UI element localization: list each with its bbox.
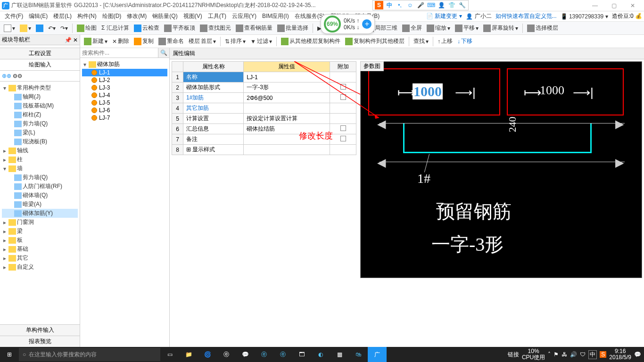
dim-input-left[interactable]: 1000 — [413, 83, 443, 99]
component-item[interactable]: LJ-3 — [82, 84, 167, 91]
tree-node[interactable]: 框柱(Z) — [2, 110, 78, 119]
tray-cpu[interactable]: 10%CPU使用 — [522, 348, 545, 361]
tb2-copyfrom[interactable]: 从其他楼层复制构件 — [279, 36, 342, 46]
speed-widget[interactable]: 69% 0K/s ↑0K/s ↓ + — [321, 14, 375, 34]
tree-node[interactable]: ▸柱 — [2, 155, 78, 164]
ime-punct-icon[interactable]: •, — [396, 1, 404, 9]
tb-new[interactable]: ▾ — [2, 24, 17, 33]
tb-redo[interactable]: ↷▾ — [58, 24, 70, 33]
tb-fullscreen[interactable]: 全屏 — [400, 23, 424, 33]
menu-draw[interactable]: 绘图(D) — [99, 11, 124, 21]
component-tree[interactable]: ▾ 砌体加筋 LJ-1LJ-2LJ-3LJ-4LJ-5LJ-6LJ-7 — [80, 58, 169, 347]
ime-toolbar[interactable]: S 中 •, ☺ 🎤 ⌨ 👤 👕 🔧 — [372, 0, 469, 10]
tb2-copyto[interactable]: 复制构件到其他楼层 — [343, 36, 406, 46]
tree-node[interactable]: ▸门窗洞 — [2, 218, 78, 227]
diagram-canvas[interactable]: ⟼ 1000 ⟶| ⟼ 1000 ⟶| ◀ ▶ ◀ ▶ — [360, 61, 642, 278]
tray-sogou-icon[interactable]: S — [600, 351, 606, 358]
tree-node[interactable]: 剪力墙(Q) — [2, 173, 78, 182]
tb-undo[interactable]: ↶▾ — [46, 24, 58, 33]
mode-sub-icon[interactable]: ⊖⊖ — [13, 73, 22, 79]
app-edge[interactable]: ⓔ — [255, 347, 273, 362]
tree-node[interactable]: 现浇板(B) — [2, 137, 78, 146]
tb-zoom[interactable]: 缩放▾ — [425, 23, 452, 33]
tb2-down[interactable]: ↓ 下移 — [455, 36, 474, 46]
tb-open[interactable]: ▾ — [18, 24, 33, 33]
tree-node[interactable]: ▸基础 — [2, 245, 78, 254]
ime-mic-icon[interactable]: 🎤 — [416, 1, 425, 9]
component-item[interactable]: LJ-5 — [82, 99, 167, 107]
tree-node[interactable]: ▸梁 — [2, 227, 78, 236]
tree-node[interactable]: ▸轴线 — [2, 146, 78, 155]
app-store[interactable]: 🛍 — [349, 347, 368, 362]
menu-tools[interactable]: 工具(T) — [205, 11, 229, 21]
app-browser[interactable]: ◐ — [311, 347, 330, 362]
tree-node[interactable]: 梁(L) — [2, 128, 78, 137]
tree-node[interactable]: 砌体加筋(Y) — [2, 209, 78, 218]
menu-file[interactable]: 文件(F) — [2, 11, 26, 21]
ime-skin-icon[interactable]: 👕 — [447, 1, 456, 9]
tree-node[interactable]: 筏板基础(M) — [2, 101, 78, 110]
app-wechat[interactable]: 💬 — [236, 347, 255, 362]
menu-floor[interactable]: 楼层(L) — [50, 11, 74, 21]
mode-add-icon[interactable]: ⊕⊕ — [2, 73, 11, 79]
tb-sumcalc[interactable]: Σ 汇总计算 — [99, 23, 131, 33]
component-item[interactable]: LJ-2 — [82, 76, 167, 84]
tray-vol-icon[interactable]: 🔊 — [570, 351, 577, 358]
help-link[interactable]: 如何快速布置自定义范... — [495, 12, 557, 20]
tb-selectfloor[interactable]: 选择楼层 — [525, 23, 560, 33]
close-button[interactable]: ✕ — [623, 0, 642, 11]
taskbar-search[interactable]: ○ 在这里输入你要搜索的内容 — [19, 348, 160, 361]
tb2-new[interactable]: 新建▾ — [82, 36, 109, 46]
tree-node[interactable]: ▾墙 — [2, 164, 78, 173]
tb-save[interactable] — [34, 24, 45, 33]
search-button[interactable]: 🔍 — [158, 48, 169, 58]
app-spiral[interactable]: 🌀 — [198, 347, 217, 362]
tb-viewrebar[interactable]: 查看钢筋量 — [234, 23, 274, 33]
prop-row[interactable]: 5计算设置按设定计算设置计算 — [172, 114, 356, 124]
tree-node[interactable]: 暗梁(A) — [2, 200, 78, 209]
tree-node[interactable]: 剪力墙(Q) — [2, 119, 78, 128]
tree-node[interactable]: 轴网(J) — [2, 92, 78, 101]
tray-shield-icon[interactable]: 🛡 — [580, 351, 586, 358]
start-button[interactable]: ⊞ — [0, 347, 19, 362]
pin-icon[interactable]: 📌 ✕ — [65, 37, 78, 43]
tray-net-icon[interactable]: 🖧 — [561, 351, 567, 358]
nav-tree[interactable]: ▾常用构件类型轴网(J)筏板基础(M)框柱(Z)剪力墙(Q)梁(L)现浇板(B)… — [0, 82, 80, 324]
tree-node[interactable]: ▾常用构件类型 — [2, 83, 78, 92]
tb-draw[interactable]: 绘图 — [75, 23, 99, 33]
tab-project-settings[interactable]: 工程设置 — [0, 48, 80, 59]
tb-cloudcheck[interactable]: 云检查 — [132, 23, 161, 33]
component-item[interactable]: LJ-1 — [82, 69, 167, 76]
tree-node[interactable]: ▸其它 — [2, 254, 78, 263]
tb-rotate[interactable]: 屏幕旋转▾ — [481, 23, 520, 33]
tree-node[interactable]: ▸自定义 — [2, 263, 78, 272]
component-item[interactable]: LJ-6 — [82, 107, 167, 114]
menu-modify[interactable]: 修改(M) — [124, 11, 149, 21]
prop-row[interactable]: 2砌体加筋形式一字-3形 — [172, 82, 356, 93]
menu-rebar[interactable]: 钢筋量(Q) — [149, 11, 180, 21]
ime-user-icon[interactable]: 👤 — [437, 1, 446, 9]
tab-draw-input[interactable]: 绘图输入 — [0, 59, 80, 71]
speed-plus-button[interactable]: + — [362, 19, 372, 29]
ime-tools-icon[interactable]: 🔧 — [458, 1, 466, 9]
ime-lang-icon[interactable]: 中 — [385, 1, 394, 9]
search-input[interactable] — [80, 48, 158, 58]
tb2-sort[interactable]: ⇅ 排序▾ — [223, 36, 248, 46]
menu-edit[interactable]: 编辑(E) — [26, 11, 50, 21]
tb2-rename[interactable]: 重命名 — [157, 36, 186, 46]
tb2-floor[interactable]: 楼层 首层 ▾ — [187, 36, 218, 46]
tb-batchselect[interactable]: 批量选择 — [275, 23, 310, 33]
ime-keyboard-icon[interactable]: ⌨ — [427, 1, 435, 9]
tb2-filter[interactable]: ▼ 过滤▾ — [248, 36, 274, 46]
tray-clock[interactable]: 9:162018/5/9 — [609, 348, 631, 361]
tree-node[interactable]: 砌体墙(Q) — [2, 191, 78, 200]
maximize-button[interactable]: ▢ — [604, 0, 623, 11]
tb-findimg[interactable]: 查找图元 — [198, 23, 233, 33]
tb2-copy[interactable]: 复制 — [132, 36, 156, 46]
tray-ime[interactable]: 中 — [588, 350, 597, 359]
app-ie[interactable]: ⓔ — [217, 347, 236, 362]
prop-row[interactable]: 31#加筋2Φ6@500 — [172, 93, 356, 103]
tray-link[interactable]: 链接 — [508, 351, 519, 359]
prop-row[interactable]: 8⊞ 显示样式 — [172, 145, 356, 155]
prop-row[interactable]: 1名称LJ-1 — [172, 72, 356, 82]
